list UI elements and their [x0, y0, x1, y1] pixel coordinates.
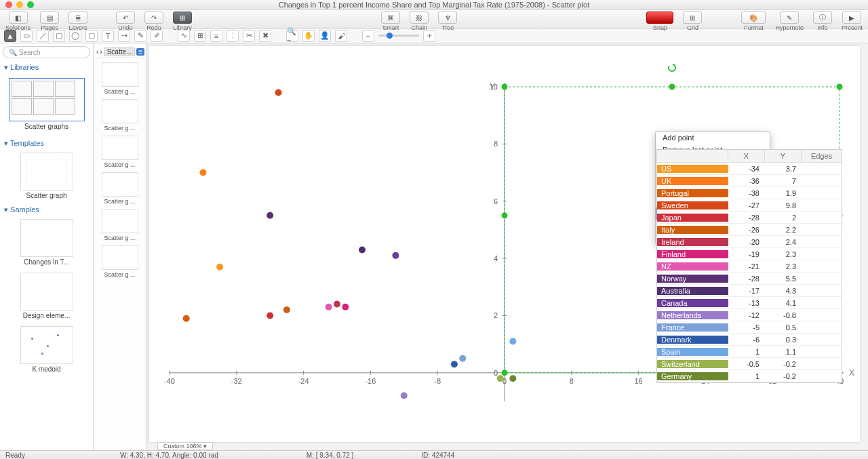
bezier-tool-icon[interactable]: ∿ — [178, 30, 190, 42]
hypernote-label: Hypernote — [775, 24, 804, 31]
minimize-icon[interactable] — [16, 1, 23, 8]
library-thumb-scatter-graphs[interactable] — [9, 78, 85, 121]
table-row[interactable]: Finland-192.3 — [657, 248, 842, 260]
sample-thumb-design[interactable] — [20, 273, 73, 311]
template-thumb-scatter[interactable] — [20, 153, 73, 191]
table-row[interactable]: Canada-134.1 — [657, 297, 842, 309]
table-row[interactable]: Portugal-381.9 — [657, 187, 842, 199]
table-row[interactable]: Switzerland-0.5-0.2 — [657, 358, 842, 370]
zoom-minus-icon[interactable]: − — [362, 30, 374, 42]
row-x: -19 — [728, 250, 765, 258]
breadcrumb[interactable]: ‹ › Scatte... ≡ — [94, 46, 146, 58]
chain-button[interactable]: ⛓ — [410, 12, 429, 24]
redo-button[interactable]: ↷ — [144, 12, 163, 24]
sample1-caption: Changes in T... — [0, 258, 93, 266]
zoom-box[interactable]: Custom 106% ▾ — [157, 442, 213, 450]
row-name: Norway — [657, 275, 728, 283]
table-row[interactable]: Sweden-279.8 — [657, 199, 842, 212]
table-tool-icon[interactable]: ⊞ — [194, 30, 206, 42]
col-x: X — [728, 150, 765, 162]
pen-tool-icon[interactable]: ✎ — [134, 30, 146, 42]
table-row[interactable]: Norway-285.5 — [657, 273, 842, 285]
page-thumb[interactable] — [102, 99, 138, 123]
hypernote-button[interactable]: ✎ — [780, 12, 799, 24]
row-x: -28 — [728, 214, 765, 222]
page-thumb[interactable] — [102, 209, 138, 233]
tree-button[interactable]: ♆ — [438, 12, 457, 24]
round-rect-tool-icon[interactable]: ▢ — [85, 30, 98, 42]
svg-point-51 — [183, 315, 190, 322]
zoom-icon[interactable] — [27, 1, 34, 8]
data-table[interactable]: X Y Edges US-343.7UK-367Portugal-381.9Sw… — [656, 149, 842, 383]
pointer-tool-icon[interactable]: ▲ — [4, 30, 16, 42]
distribute-tool-icon[interactable]: ⋮ — [226, 30, 239, 42]
svg-point-58 — [267, 212, 273, 219]
table-row[interactable]: Australia-174.3 — [657, 285, 842, 297]
zoom-plus-icon[interactable]: ＋ — [423, 30, 435, 42]
library-caption: Scatter graphs — [3, 123, 90, 130]
library-button[interactable]: ⊞ — [173, 12, 192, 24]
table-row[interactable]: Germany1-0.2 — [657, 370, 842, 382]
svg-text:Y: Y — [490, 82, 495, 92]
snap-button[interactable] — [646, 12, 673, 24]
info-button[interactable]: ⓘ — [813, 12, 832, 24]
rect-tool-icon[interactable]: ▢ — [53, 30, 65, 42]
svg-point-59 — [359, 246, 366, 253]
svg-point-60 — [392, 252, 399, 259]
pages-button[interactable]: ▤ — [40, 12, 59, 24]
table-row[interactable]: NZ-212.3 — [657, 260, 842, 273]
hand-tool-icon[interactable]: ✋ — [302, 30, 315, 42]
smart-button[interactable]: ⌘ — [381, 12, 400, 24]
undo-button[interactable]: ↶ — [116, 12, 135, 24]
lasso-tool-icon[interactable]: ▭ — [20, 30, 33, 42]
search-input[interactable]: 🔍 Search — [3, 46, 90, 58]
align-tool-icon[interactable]: ≡ — [210, 30, 222, 42]
breadcrumb-menu-icon[interactable]: ≡ — [136, 48, 144, 56]
col-edges: Edges — [802, 150, 842, 162]
ellipse-tool-icon[interactable]: ◯ — [69, 30, 81, 42]
table-row[interactable]: Netherlands-12-0.8 — [657, 309, 842, 321]
sample-thumb-kmedoid[interactable] — [20, 326, 73, 364]
row-x: -28 — [728, 275, 765, 283]
table-row[interactable]: Japan-282 — [657, 212, 842, 224]
row-x: -5 — [728, 323, 765, 332]
canvas[interactable]: -40-32-24-16-808162432400246810XY Add po… — [149, 46, 860, 442]
eraser-tool-icon[interactable]: ✖ — [259, 30, 271, 42]
close-icon[interactable] — [5, 1, 12, 8]
svg-text:2: 2 — [494, 311, 498, 319]
table-row[interactable]: Denmark-60.3 — [657, 334, 842, 346]
table-row[interactable]: Ireland-202.4 — [657, 236, 842, 248]
crop-tool-icon[interactable]: ✂ — [243, 30, 255, 42]
page-thumb[interactable] — [102, 62, 138, 87]
libraries-header[interactable]: ▾ Libraries — [0, 61, 93, 74]
page-thumb[interactable] — [102, 245, 138, 270]
search-placeholder: Search — [19, 49, 41, 56]
line-tool-icon[interactable]: ／ — [37, 30, 49, 42]
grid-button[interactable]: ⊞ — [683, 12, 702, 24]
sample-thumb-changes[interactable] — [20, 219, 73, 257]
layers-button[interactable]: ≣ — [68, 12, 87, 24]
format-button[interactable]: 🎨 — [741, 12, 766, 24]
templates-header[interactable]: ▾ Templates — [0, 137, 93, 150]
table-row[interactable]: France-50.5 — [657, 321, 842, 334]
table-row[interactable]: US-343.7 — [657, 163, 842, 175]
page-thumb[interactable] — [102, 136, 138, 160]
zoom-out-icon[interactable]: 🔍− — [286, 30, 298, 42]
connector-tool-icon[interactable]: ⇢ — [118, 30, 130, 42]
text-tool-icon[interactable]: T — [102, 30, 114, 42]
brush-tool-icon[interactable]: 🖌 — [335, 30, 347, 42]
menu-add-point[interactable]: Add point — [656, 132, 770, 144]
person-tool-icon[interactable]: 👤 — [319, 30, 331, 42]
samples-header[interactable]: ▾ Samples — [0, 203, 93, 216]
table-row[interactable]: Italy-262.2 — [657, 224, 842, 236]
zoom-slider[interactable] — [378, 35, 419, 37]
table-row[interactable]: UK-367 — [657, 175, 842, 187]
dropper-tool-icon[interactable]: ✐ — [151, 30, 163, 42]
chevron-right-icon[interactable]: › — [100, 48, 102, 56]
chevron-left-icon[interactable]: ‹ — [96, 48, 98, 56]
page-thumb[interactable] — [102, 172, 138, 197]
solutions-button[interactable]: ◧ — [9, 12, 28, 24]
row-name: US — [657, 165, 728, 173]
present-button[interactable]: ▶ — [842, 12, 861, 24]
table-row[interactable]: Spain11.1 — [657, 346, 842, 358]
